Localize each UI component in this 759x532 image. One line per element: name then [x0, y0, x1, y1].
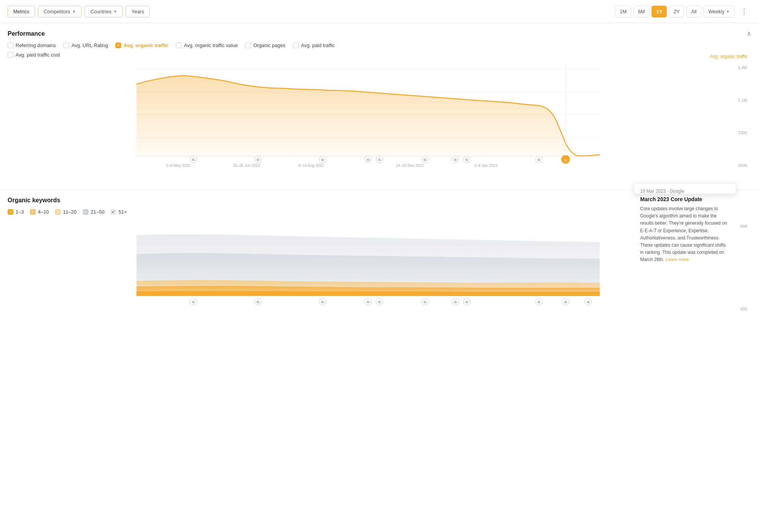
top-nav: Metrics Competitors ▼ Countries ▼ Years … — [0, 0, 759, 23]
nav-right: 1M 6M 1Y 2Y All Weekly ▼ ⋮ — [615, 5, 751, 18]
svg-text:G: G — [465, 300, 468, 304]
checkbox-organic-value[interactable]: Avg. organic traffic value — [176, 42, 238, 48]
event-label-3: G — [321, 158, 324, 162]
kw-label-1-3: 1–3 — [16, 209, 24, 215]
tab-years[interactable]: Years — [126, 6, 150, 17]
keywords-title: Organic keywords — [8, 197, 60, 204]
period-all-button[interactable]: All — [686, 6, 701, 17]
svg-text:G: G — [192, 300, 195, 304]
event-label-5: G — [378, 158, 381, 162]
chevron-down-icon: ▼ — [726, 9, 730, 14]
kw-label-21-50: 21–50 — [91, 209, 104, 215]
checkbox-box-paid-traffic — [293, 42, 299, 48]
kw-box-1-3 — [8, 209, 13, 215]
tab-countries[interactable]: Countries ▼ — [85, 6, 123, 17]
event-label-7: G — [454, 158, 457, 162]
checkbox-label-paid-traffic: Avg. paid traffic — [301, 42, 335, 48]
kw-checkbox-11-20[interactable]: 11–20 — [55, 209, 77, 215]
x-label-4: 14–20 Nov 2022 — [396, 164, 424, 168]
period-6m-button[interactable]: 6M — [633, 6, 649, 17]
checkbox-paid-cost[interactable]: Avg. paid traffic cost — [8, 52, 60, 58]
x-label-3: 8–14 Aug 2022 — [298, 164, 324, 168]
svg-text:G: G — [587, 300, 590, 304]
period-2y-button[interactable]: 2Y — [669, 6, 684, 17]
checkbox-referring[interactable]: Referring domains — [8, 42, 56, 48]
kw-y-label-2: 40K — [740, 307, 748, 311]
kw-checkbox-21-50[interactable]: 21–50 — [83, 209, 104, 215]
svg-text:G: G — [321, 300, 324, 304]
checkbox-box-organic-traffic — [115, 42, 121, 48]
chart-area-fill — [137, 76, 600, 156]
performance-section: Performance ∧ Referring domains Avg. URL… — [0, 23, 759, 190]
kw-checkbox-1-3[interactable]: 1–3 — [8, 209, 24, 215]
kw-label-11-20: 11–20 — [63, 209, 77, 215]
checkbox-box-organic-pages — [245, 42, 251, 48]
checkbox-box-url-rating — [63, 42, 69, 48]
kw-box-4-10 — [30, 209, 36, 215]
checkbox-organic-traffic[interactable]: Avg. organic traffic — [115, 42, 168, 48]
tooltip-body: Core updates involve large changes to Go… — [640, 205, 730, 264]
keywords-y-axis: 80K 40K — [740, 224, 748, 311]
svg-text:G: G — [257, 300, 259, 304]
checkbox-label-paid-cost: Avg. paid traffic cost — [16, 52, 60, 58]
checkbox-box-paid-cost — [8, 52, 13, 58]
kw-y-label-1: 80K — [740, 224, 748, 228]
svg-text:G: G — [424, 300, 426, 304]
collapse-button[interactable]: ∧ — [747, 30, 751, 37]
tooltip-learn-more[interactable]: Learn more — [666, 257, 689, 262]
performance-header: Performance ∧ — [8, 30, 751, 37]
checkbox-label-organic-value: Avg. organic traffic value — [184, 42, 238, 48]
svg-text:G: G — [454, 300, 457, 304]
tab-metrics[interactable]: Metrics — [8, 6, 35, 17]
event-label-8: G — [465, 158, 468, 162]
event-tooltip: 15 Mar 2023 · Google March 2023 Core Upd… — [634, 183, 736, 194]
more-options-button[interactable]: ⋮ — [737, 5, 751, 18]
checkbox-label-organic-pages: Organic pages — [253, 42, 286, 48]
svg-text:G: G — [378, 300, 381, 304]
x-label-2: 20–26 Jun 2022 — [233, 164, 260, 168]
chart-y-axis-label: Avg. organic traffic — [710, 54, 748, 59]
kw-checkbox-4-10[interactable]: 4–10 — [30, 209, 49, 215]
x-label-5: 2–8 Jan 2023 — [474, 164, 497, 168]
chevron-down-icon: ▼ — [114, 9, 117, 14]
main-container: Metrics Competitors ▼ Countries ▼ Years … — [0, 0, 759, 532]
event-label-6: G — [424, 158, 426, 162]
interval-selector[interactable]: Weekly ▼ — [704, 6, 735, 17]
kw-label-51plus: 51+ — [118, 209, 127, 215]
checkbox-label-url-rating: Avg. URL Rating — [71, 42, 108, 48]
svg-text:G: G — [367, 300, 369, 304]
nav-tabs: Metrics Competitors ▼ Countries ▼ Years — [8, 6, 150, 17]
performance-chart: Avg. organic traffic 1.4M 1.1M 700K 350K — [8, 61, 751, 183]
checkbox-url-rating[interactable]: Avg. URL Rating — [63, 42, 108, 48]
kw-label-4-10: 4–10 — [38, 209, 49, 215]
svg-text:G: G — [564, 300, 567, 304]
metrics-checkboxes-row2: Avg. paid traffic cost — [8, 52, 751, 58]
checkbox-label-referring: Referring domains — [16, 42, 56, 48]
chart-svg: G G G G G G G G G G — [8, 61, 751, 168]
checkbox-label-organic-traffic: Avg. organic traffic — [123, 42, 168, 48]
event-label-9: G — [538, 158, 540, 162]
kw-box-11-20 — [55, 209, 61, 215]
x-label-1: 2–8 May 2022 — [166, 164, 191, 168]
event-label-2: G — [257, 158, 259, 162]
checkbox-box-referring — [8, 42, 13, 48]
kw-box-21-50 — [83, 209, 88, 215]
period-1m-button[interactable]: 1M — [615, 6, 631, 17]
kw-box-51plus — [110, 209, 116, 215]
checkbox-organic-pages[interactable]: Organic pages — [245, 42, 286, 48]
chevron-down-icon: ▼ — [72, 9, 76, 14]
svg-text:G: G — [538, 300, 540, 304]
metrics-checkboxes: Referring domains Avg. URL Rating Avg. o… — [8, 42, 751, 48]
performance-title: Performance — [8, 30, 45, 37]
event-label-active: G — [564, 158, 567, 162]
event-label-4: G — [367, 158, 369, 162]
checkbox-box-organic-value — [176, 42, 181, 48]
tooltip-title: March 2023 Core Update — [640, 196, 730, 202]
event-label-1: G — [192, 158, 195, 162]
checkbox-paid-traffic[interactable]: Avg. paid traffic — [293, 42, 335, 48]
tab-competitors[interactable]: Competitors ▼ — [38, 6, 82, 17]
period-1y-button[interactable]: 1Y — [652, 6, 667, 17]
tooltip-date: 15 Mar 2023 · Google — [640, 189, 730, 194]
kw-checkbox-51plus[interactable]: 51+ — [110, 209, 127, 215]
